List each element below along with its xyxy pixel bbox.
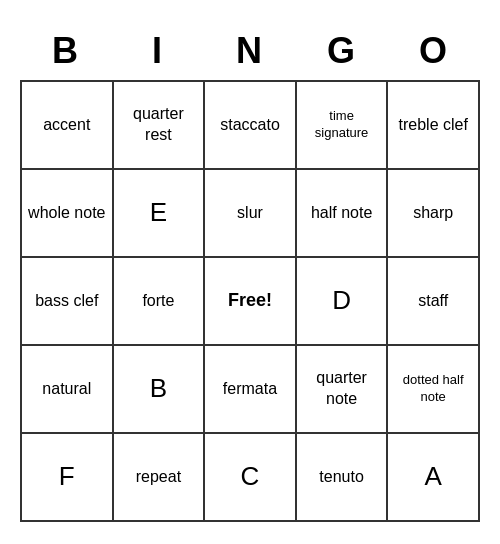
bingo-cell: E [114, 170, 206, 258]
bingo-header: BINGO [20, 22, 480, 80]
bingo-cell: treble clef [388, 82, 480, 170]
header-letter: N [204, 22, 296, 80]
bingo-cell: natural [22, 346, 114, 434]
header-letter: O [388, 22, 480, 80]
bingo-grid: accentquarter reststaccatotime signature… [20, 80, 480, 522]
bingo-cell: tenuto [297, 434, 389, 522]
bingo-cell: forte [114, 258, 206, 346]
bingo-cell: bass clef [22, 258, 114, 346]
bingo-cell: fermata [205, 346, 297, 434]
bingo-cell: D [297, 258, 389, 346]
bingo-cell: C [205, 434, 297, 522]
bingo-cell: F [22, 434, 114, 522]
bingo-cell: whole note [22, 170, 114, 258]
bingo-cell: sharp [388, 170, 480, 258]
bingo-cell: slur [205, 170, 297, 258]
bingo-cell: Free! [205, 258, 297, 346]
bingo-cell: accent [22, 82, 114, 170]
bingo-cell: staff [388, 258, 480, 346]
bingo-cell: A [388, 434, 480, 522]
bingo-cell: time signature [297, 82, 389, 170]
header-letter: G [296, 22, 388, 80]
bingo-cell: repeat [114, 434, 206, 522]
bingo-cell: dotted half note [388, 346, 480, 434]
bingo-cell: B [114, 346, 206, 434]
header-letter: I [112, 22, 204, 80]
bingo-cell: staccato [205, 82, 297, 170]
bingo-cell: half note [297, 170, 389, 258]
bingo-cell: quarter rest [114, 82, 206, 170]
bingo-cell: quarter note [297, 346, 389, 434]
bingo-card: BINGO accentquarter reststaccatotime sig… [10, 12, 490, 532]
header-letter: B [20, 22, 112, 80]
